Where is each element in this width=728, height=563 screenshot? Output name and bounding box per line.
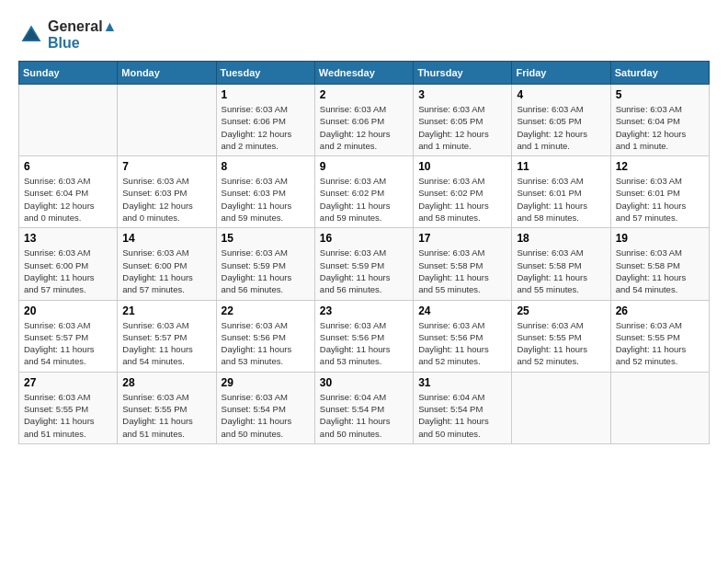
calendar-cell: 7Sunrise: 6:03 AM Sunset: 6:03 PM Daylig…: [118, 156, 216, 228]
day-number: 17: [418, 232, 506, 245]
day-number: 13: [24, 232, 112, 245]
logo-icon: [18, 22, 44, 48]
day-info: Sunrise: 6:04 AM Sunset: 5:54 PM Dayligh…: [418, 391, 506, 440]
calendar-cell: 10Sunrise: 6:03 AM Sunset: 6:02 PM Dayli…: [414, 156, 512, 228]
calendar-table: SundayMondayTuesdayWednesdayThursdayFrid…: [18, 61, 710, 444]
day-info: Sunrise: 6:03 AM Sunset: 5:56 PM Dayligh…: [320, 319, 408, 368]
calendar-cell: 5Sunrise: 6:03 AM Sunset: 6:04 PM Daylig…: [610, 85, 709, 156]
calendar-cell: 25Sunrise: 6:03 AM Sunset: 5:55 PM Dayli…: [512, 300, 610, 372]
day-number: 1: [222, 88, 310, 101]
day-info: Sunrise: 6:03 AM Sunset: 5:59 PM Dayligh…: [320, 247, 408, 295]
day-number: 12: [616, 160, 704, 173]
day-number: 30: [320, 376, 408, 389]
day-number: 7: [122, 160, 210, 173]
calendar-cell: 3Sunrise: 6:03 AM Sunset: 6:05 PM Daylig…: [414, 85, 512, 156]
day-info: Sunrise: 6:03 AM Sunset: 6:02 PM Dayligh…: [418, 175, 506, 224]
calendar-cell: [512, 372, 610, 443]
calendar-cell: [19, 85, 118, 156]
day-info: Sunrise: 6:03 AM Sunset: 6:03 PM Dayligh…: [222, 175, 310, 224]
weekday-header-sunday: Sunday: [19, 62, 118, 85]
day-info: Sunrise: 6:03 AM Sunset: 5:56 PM Dayligh…: [222, 319, 310, 368]
day-info: Sunrise: 6:03 AM Sunset: 6:03 PM Dayligh…: [122, 175, 210, 224]
day-number: 28: [122, 376, 210, 389]
day-number: 25: [517, 304, 605, 317]
day-info: Sunrise: 6:03 AM Sunset: 6:00 PM Dayligh…: [24, 247, 112, 295]
day-number: 29: [222, 376, 310, 389]
logo-text: General▲ Blue: [48, 18, 117, 52]
day-number: 20: [24, 304, 112, 317]
weekday-header-row: SundayMondayTuesdayWednesdayThursdayFrid…: [19, 62, 710, 85]
day-number: 14: [122, 232, 210, 245]
week-row-4: 20Sunrise: 6:03 AM Sunset: 5:57 PM Dayli…: [19, 300, 710, 372]
day-info: Sunrise: 6:03 AM Sunset: 6:05 PM Dayligh…: [418, 103, 506, 152]
calendar-cell: 9Sunrise: 6:03 AM Sunset: 6:02 PM Daylig…: [314, 156, 413, 228]
day-info: Sunrise: 6:03 AM Sunset: 6:05 PM Dayligh…: [517, 103, 605, 152]
week-row-5: 27Sunrise: 6:03 AM Sunset: 5:55 PM Dayli…: [19, 372, 710, 443]
day-info: Sunrise: 6:03 AM Sunset: 5:55 PM Dayligh…: [517, 319, 605, 368]
day-info: Sunrise: 6:03 AM Sunset: 5:58 PM Dayligh…: [616, 247, 704, 295]
header: General▲ Blue: [18, 18, 710, 52]
calendar-cell: 13Sunrise: 6:03 AM Sunset: 6:00 PM Dayli…: [19, 228, 118, 300]
calendar-cell: 15Sunrise: 6:03 AM Sunset: 5:59 PM Dayli…: [216, 228, 314, 300]
calendar-cell: 20Sunrise: 6:03 AM Sunset: 5:57 PM Dayli…: [19, 300, 118, 372]
weekday-header-saturday: Saturday: [610, 62, 709, 85]
calendar-cell: 2Sunrise: 6:03 AM Sunset: 6:06 PM Daylig…: [314, 85, 413, 156]
calendar-cell: [118, 85, 216, 156]
day-number: 5: [616, 88, 704, 101]
calendar-cell: 26Sunrise: 6:03 AM Sunset: 5:55 PM Dayli…: [610, 300, 709, 372]
calendar-cell: 30Sunrise: 6:04 AM Sunset: 5:54 PM Dayli…: [314, 372, 413, 443]
calendar-cell: 19Sunrise: 6:03 AM Sunset: 5:58 PM Dayli…: [610, 228, 709, 300]
calendar-cell: 28Sunrise: 6:03 AM Sunset: 5:55 PM Dayli…: [118, 372, 216, 443]
calendar-cell: 6Sunrise: 6:03 AM Sunset: 6:04 PM Daylig…: [19, 156, 118, 228]
day-number: 24: [418, 304, 506, 317]
day-number: 10: [418, 160, 506, 173]
day-info: Sunrise: 6:03 AM Sunset: 5:58 PM Dayligh…: [418, 247, 506, 295]
day-info: Sunrise: 6:03 AM Sunset: 5:57 PM Dayligh…: [24, 319, 112, 368]
calendar-cell: 14Sunrise: 6:03 AM Sunset: 6:00 PM Dayli…: [118, 228, 216, 300]
day-number: 8: [222, 160, 310, 173]
calendar-cell: 8Sunrise: 6:03 AM Sunset: 6:03 PM Daylig…: [216, 156, 314, 228]
day-info: Sunrise: 6:03 AM Sunset: 6:04 PM Dayligh…: [24, 175, 112, 224]
calendar-cell: 11Sunrise: 6:03 AM Sunset: 6:01 PM Dayli…: [512, 156, 610, 228]
calendar-cell: 16Sunrise: 6:03 AM Sunset: 5:59 PM Dayli…: [314, 228, 413, 300]
day-number: 11: [517, 160, 605, 173]
day-info: Sunrise: 6:03 AM Sunset: 5:55 PM Dayligh…: [616, 319, 704, 368]
day-info: Sunrise: 6:03 AM Sunset: 6:00 PM Dayligh…: [122, 247, 210, 295]
day-info: Sunrise: 6:03 AM Sunset: 6:06 PM Dayligh…: [222, 103, 310, 152]
day-info: Sunrise: 6:03 AM Sunset: 5:54 PM Dayligh…: [222, 391, 310, 440]
day-number: 16: [320, 232, 408, 245]
calendar-cell: 4Sunrise: 6:03 AM Sunset: 6:05 PM Daylig…: [512, 85, 610, 156]
calendar-cell: 21Sunrise: 6:03 AM Sunset: 5:57 PM Dayli…: [118, 300, 216, 372]
day-number: 26: [616, 304, 704, 317]
calendar-cell: 12Sunrise: 6:03 AM Sunset: 6:01 PM Dayli…: [610, 156, 709, 228]
calendar-cell: 31Sunrise: 6:04 AM Sunset: 5:54 PM Dayli…: [414, 372, 512, 443]
day-number: 4: [517, 88, 605, 101]
day-info: Sunrise: 6:03 AM Sunset: 6:02 PM Dayligh…: [320, 175, 408, 224]
day-number: 18: [517, 232, 605, 245]
weekday-header-wednesday: Wednesday: [314, 62, 413, 85]
day-number: 2: [320, 88, 408, 101]
calendar-cell: 23Sunrise: 6:03 AM Sunset: 5:56 PM Dayli…: [314, 300, 413, 372]
day-number: 3: [418, 88, 506, 101]
weekday-header-tuesday: Tuesday: [216, 62, 314, 85]
week-row-2: 6Sunrise: 6:03 AM Sunset: 6:04 PM Daylig…: [19, 156, 710, 228]
calendar-cell: 27Sunrise: 6:03 AM Sunset: 5:55 PM Dayli…: [19, 372, 118, 443]
week-row-3: 13Sunrise: 6:03 AM Sunset: 6:00 PM Dayli…: [19, 228, 710, 300]
day-info: Sunrise: 6:03 AM Sunset: 5:55 PM Dayligh…: [122, 391, 210, 440]
week-row-1: 1Sunrise: 6:03 AM Sunset: 6:06 PM Daylig…: [19, 85, 710, 156]
calendar-cell: [610, 372, 709, 443]
day-number: 6: [24, 160, 112, 173]
calendar-cell: 1Sunrise: 6:03 AM Sunset: 6:06 PM Daylig…: [216, 85, 314, 156]
day-number: 21: [122, 304, 210, 317]
calendar-cell: 22Sunrise: 6:03 AM Sunset: 5:56 PM Dayli…: [216, 300, 314, 372]
day-number: 23: [320, 304, 408, 317]
day-number: 19: [616, 232, 704, 245]
weekday-header-monday: Monday: [118, 62, 216, 85]
day-info: Sunrise: 6:03 AM Sunset: 5:56 PM Dayligh…: [418, 319, 506, 368]
calendar-cell: 29Sunrise: 6:03 AM Sunset: 5:54 PM Dayli…: [216, 372, 314, 443]
day-number: 27: [24, 376, 112, 389]
day-info: Sunrise: 6:03 AM Sunset: 5:57 PM Dayligh…: [122, 319, 210, 368]
weekday-header-friday: Friday: [512, 62, 610, 85]
calendar-cell: 18Sunrise: 6:03 AM Sunset: 5:58 PM Dayli…: [512, 228, 610, 300]
day-info: Sunrise: 6:03 AM Sunset: 6:04 PM Dayligh…: [616, 103, 704, 152]
